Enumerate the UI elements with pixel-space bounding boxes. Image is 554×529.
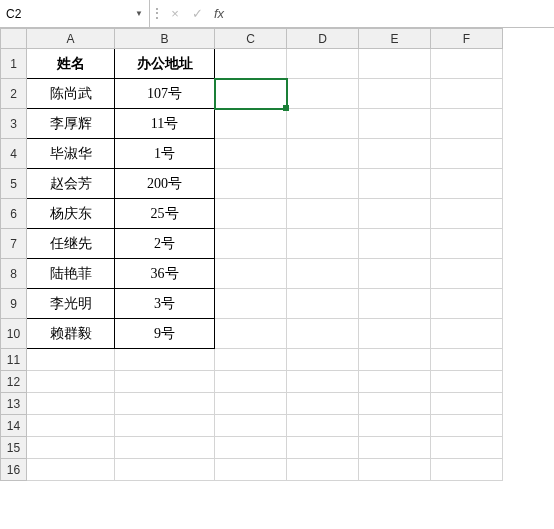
cell-C1[interactable]: [215, 49, 287, 79]
cell-C3[interactable]: [215, 109, 287, 139]
cell-D5[interactable]: [287, 169, 359, 199]
col-header-F[interactable]: F: [431, 29, 503, 49]
cell-E14[interactable]: [359, 415, 431, 437]
cell-E15[interactable]: [359, 437, 431, 459]
cell-B7[interactable]: 2号: [115, 229, 215, 259]
cell-D15[interactable]: [287, 437, 359, 459]
row-header-11[interactable]: 11: [1, 349, 27, 371]
cell-D11[interactable]: [287, 349, 359, 371]
row-header-5[interactable]: 5: [1, 169, 27, 199]
cell-B16[interactable]: [115, 459, 215, 481]
cell-B5[interactable]: 200号: [115, 169, 215, 199]
cell-D2[interactable]: [287, 79, 359, 109]
cell-B11[interactable]: [115, 349, 215, 371]
header-name[interactable]: 姓名: [27, 49, 115, 79]
cell-F12[interactable]: [431, 371, 503, 393]
cell-A10[interactable]: 赖群毅: [27, 319, 115, 349]
cell-C2[interactable]: [215, 79, 287, 109]
cell-A15[interactable]: [27, 437, 115, 459]
cell-E2[interactable]: [359, 79, 431, 109]
enter-icon[interactable]: ✓: [186, 6, 208, 21]
cell-C4[interactable]: [215, 139, 287, 169]
cell-D13[interactable]: [287, 393, 359, 415]
cell-C14[interactable]: [215, 415, 287, 437]
cell-B6[interactable]: 25号: [115, 199, 215, 229]
cell-E1[interactable]: [359, 49, 431, 79]
cell-A6[interactable]: 杨庆东: [27, 199, 115, 229]
cell-B8[interactable]: 36号: [115, 259, 215, 289]
cell-E7[interactable]: [359, 229, 431, 259]
cell-A16[interactable]: [27, 459, 115, 481]
cell-F6[interactable]: [431, 199, 503, 229]
cell-D8[interactable]: [287, 259, 359, 289]
cell-C15[interactable]: [215, 437, 287, 459]
cell-F13[interactable]: [431, 393, 503, 415]
col-header-C[interactable]: C: [215, 29, 287, 49]
cell-B10[interactable]: 9号: [115, 319, 215, 349]
cell-C7[interactable]: [215, 229, 287, 259]
row-header-3[interactable]: 3: [1, 109, 27, 139]
cell-E16[interactable]: [359, 459, 431, 481]
cell-C5[interactable]: [215, 169, 287, 199]
col-header-B[interactable]: B: [115, 29, 215, 49]
cell-B12[interactable]: [115, 371, 215, 393]
cell-B13[interactable]: [115, 393, 215, 415]
cell-D10[interactable]: [287, 319, 359, 349]
cell-C16[interactable]: [215, 459, 287, 481]
fx-icon[interactable]: fx: [208, 6, 230, 21]
cell-A4[interactable]: 毕淑华: [27, 139, 115, 169]
col-header-E[interactable]: E: [359, 29, 431, 49]
name-box[interactable]: C2 ▼: [0, 0, 150, 27]
spreadsheet-grid[interactable]: A B C D E F 1 姓名 办公地址 2 陈尚武 107号 3 李厚辉 1…: [0, 28, 554, 481]
cell-E4[interactable]: [359, 139, 431, 169]
cell-E10[interactable]: [359, 319, 431, 349]
row-header-8[interactable]: 8: [1, 259, 27, 289]
cell-D7[interactable]: [287, 229, 359, 259]
cell-C8[interactable]: [215, 259, 287, 289]
cell-E8[interactable]: [359, 259, 431, 289]
cell-E13[interactable]: [359, 393, 431, 415]
col-header-D[interactable]: D: [287, 29, 359, 49]
cell-F11[interactable]: [431, 349, 503, 371]
cell-A12[interactable]: [27, 371, 115, 393]
cell-C6[interactable]: [215, 199, 287, 229]
cell-F14[interactable]: [431, 415, 503, 437]
cell-D12[interactable]: [287, 371, 359, 393]
cell-E3[interactable]: [359, 109, 431, 139]
cell-D9[interactable]: [287, 289, 359, 319]
cell-D4[interactable]: [287, 139, 359, 169]
cell-C10[interactable]: [215, 319, 287, 349]
cell-B4[interactable]: 1号: [115, 139, 215, 169]
cell-A7[interactable]: 任继先: [27, 229, 115, 259]
row-header-12[interactable]: 12: [1, 371, 27, 393]
cell-C9[interactable]: [215, 289, 287, 319]
cell-A11[interactable]: [27, 349, 115, 371]
cell-A2[interactable]: 陈尚武: [27, 79, 115, 109]
cell-F7[interactable]: [431, 229, 503, 259]
cell-F10[interactable]: [431, 319, 503, 349]
cell-A13[interactable]: [27, 393, 115, 415]
cell-D6[interactable]: [287, 199, 359, 229]
cell-B2[interactable]: 107号: [115, 79, 215, 109]
cell-C13[interactable]: [215, 393, 287, 415]
row-header-9[interactable]: 9: [1, 289, 27, 319]
cell-D1[interactable]: [287, 49, 359, 79]
cell-D14[interactable]: [287, 415, 359, 437]
cell-B15[interactable]: [115, 437, 215, 459]
cell-F3[interactable]: [431, 109, 503, 139]
cell-E11[interactable]: [359, 349, 431, 371]
select-all-corner[interactable]: [1, 29, 27, 49]
cell-E9[interactable]: [359, 289, 431, 319]
cell-E5[interactable]: [359, 169, 431, 199]
cell-B9[interactable]: 3号: [115, 289, 215, 319]
cell-A3[interactable]: 李厚辉: [27, 109, 115, 139]
cell-F16[interactable]: [431, 459, 503, 481]
cancel-icon[interactable]: ×: [164, 6, 186, 21]
row-header-13[interactable]: 13: [1, 393, 27, 415]
row-header-14[interactable]: 14: [1, 415, 27, 437]
row-header-10[interactable]: 10: [1, 319, 27, 349]
cell-F4[interactable]: [431, 139, 503, 169]
col-header-A[interactable]: A: [27, 29, 115, 49]
row-header-2[interactable]: 2: [1, 79, 27, 109]
cell-D16[interactable]: [287, 459, 359, 481]
